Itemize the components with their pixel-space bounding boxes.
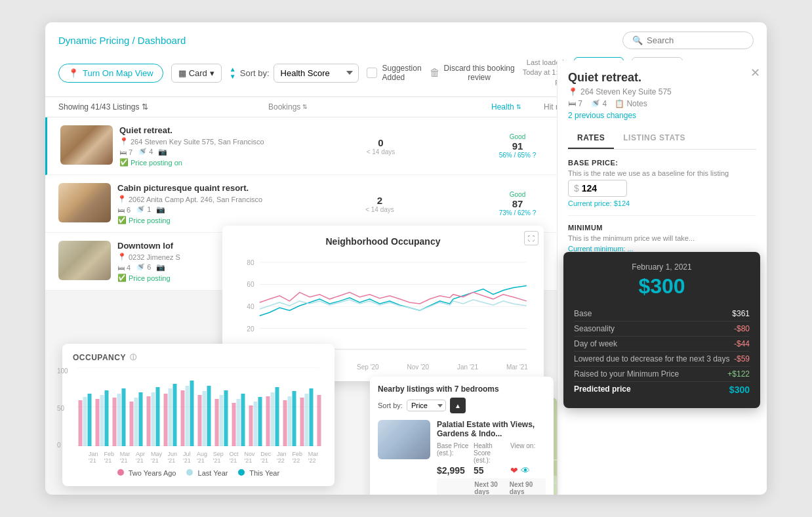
listing-details: Downtown lof 📍 0232 Jimenez S 🛏 4 🚿 6 📷 … — [117, 241, 180, 282]
svg-rect-39 — [232, 403, 236, 446]
svg-rect-44 — [258, 397, 262, 446]
close-button[interactable]: ✕ — [750, 66, 760, 80]
check-icon: ✅ — [119, 158, 129, 167]
bookings-label: Bookings — [268, 102, 300, 112]
panel-tabs: RATES LISTING STATS — [568, 128, 756, 150]
svg-rect-35 — [207, 386, 211, 446]
airbnb-icon: ❤ — [510, 465, 518, 476]
bar-x-labels: Jan '21Feb '21Mar '21Apr '21 May '21Jun … — [89, 451, 324, 464]
nearby-base-price: $2,995 — [437, 465, 472, 476]
listing-address: 📍 0232 Jimenez S — [117, 253, 180, 261]
bookings-col-header[interactable]: Bookings ⇅ — [268, 102, 491, 112]
listing-meta: 🛏 6 🚿 1 📷 — [117, 205, 262, 214]
svg-rect-26 — [156, 387, 160, 446]
location-icon: 📍 — [119, 137, 129, 146]
listing-address: 📍 264 Steven Key Suite 575, San Francisc… — [119, 137, 264, 146]
svg-rect-34 — [203, 391, 207, 446]
svg-rect-33 — [198, 395, 202, 446]
base-price-desc: This is the rate we use as a baseline fo… — [568, 169, 756, 177]
breadcrumb: Dynamic Pricing / Dashboard — [58, 35, 186, 46]
suggestion-checkbox[interactable] — [367, 68, 377, 78]
base-price-input[interactable]: $ — [568, 180, 627, 197]
showing-text: Showing 41/43 Listings — [58, 102, 139, 112]
occupancy-bar-chart: OCCUPANCY ⓘ 100 50 0 — [62, 344, 335, 486]
occ-chart-svg: 80 60 40 20 — [233, 253, 533, 358]
legend-item-last-year: Last Year — [186, 469, 228, 477]
expand-icon[interactable]: ⛶ — [524, 231, 538, 245]
svg-rect-19 — [117, 394, 121, 446]
search-box[interactable]: 🔍 — [622, 31, 754, 49]
listing-name: Downtown lof — [117, 241, 180, 251]
search-icon: 🔍 — [632, 35, 643, 45]
location-icon: 📍 — [117, 253, 127, 261]
suggestion-toggle: SuggestionAdded — [367, 64, 422, 82]
sort-section: ▲ ▼ Sort by: Health Score Price Bookings — [230, 64, 359, 83]
tooltip-row-base: Base $361 — [574, 306, 750, 321]
nearby-health-score: 55 — [474, 465, 509, 476]
svg-rect-23 — [139, 392, 143, 446]
right-panel-address: 📍 264 Steven Key Suite 575 — [568, 87, 756, 96]
bar-legend: Two Years Ago Last Year This Year — [73, 469, 324, 477]
card-view-button[interactable]: ▦ Card ▾ — [171, 64, 222, 83]
svg-rect-14 — [88, 394, 92, 446]
sort-select[interactable]: Price Health — [407, 400, 446, 411]
svg-rect-18 — [113, 398, 117, 446]
base-price-field[interactable] — [582, 183, 615, 194]
nearby-sort: Sort by: Price Health ▲ — [378, 398, 546, 413]
sort-direction-button[interactable]: ▲ — [450, 398, 466, 413]
svg-rect-29 — [173, 384, 177, 446]
bar-chart-container: 100 50 0 — [73, 367, 324, 449]
price-posting: ✅ Price posting on — [119, 158, 264, 167]
bar-chart-y-labels: 100 50 0 — [57, 367, 68, 449]
svg-rect-22 — [134, 398, 138, 446]
suggestion-label: SuggestionAdded — [382, 64, 422, 82]
location-icon: 📍 — [568, 87, 578, 96]
tooltip-row-day-of-week: Day of week -$44 — [574, 337, 750, 352]
svg-rect-40 — [237, 399, 241, 446]
tab-listing-stats[interactable]: LISTING STATS — [614, 128, 695, 149]
svg-rect-46 — [271, 392, 275, 446]
bookings-metric: 0 < 14 days — [270, 137, 491, 155]
nearby-listing-thumbnail — [378, 420, 430, 459]
svg-rect-25 — [152, 392, 155, 446]
bar-chart-title: OCCUPANCY ⓘ — [73, 353, 324, 362]
check-icon: ✅ — [117, 274, 127, 282]
nearby-listing: Palatial Estate with Views, Gardens & In… — [378, 420, 546, 495]
price-posting: ✅ Price posting — [117, 216, 262, 224]
sort-down-arrow: ▼ — [230, 73, 236, 80]
tab-rates[interactable]: RATES — [568, 128, 614, 149]
tooltip-date: February 1, 2021 — [574, 262, 750, 272]
info-icon: ⇅ — [142, 102, 148, 112]
chevron-down-icon: ▾ — [210, 68, 214, 78]
info-icon: ⓘ — [130, 353, 137, 362]
listing-details: Quiet retreat. 📍 264 Steven Key Suite 57… — [119, 125, 264, 167]
prev-changes-link[interactable]: 2 previous changes — [568, 111, 756, 120]
svg-rect-16 — [100, 395, 104, 446]
sort-arrows: ▲ ▼ — [230, 66, 236, 80]
minimum-desc: This is the minimum price we will take..… — [568, 234, 756, 242]
card-icon: ▦ — [178, 68, 186, 78]
search-input[interactable] — [647, 35, 744, 45]
price-posting: ✅ Price posting — [117, 274, 180, 282]
tooltip-row-predicted: Predicted price $300 — [574, 382, 750, 398]
listing-thumbnail — [58, 183, 111, 222]
current-price-link[interactable]: Current price: $124 — [568, 199, 756, 207]
card-label: Card — [189, 68, 207, 78]
svg-rect-30 — [181, 390, 185, 446]
bookings-metric: 2 < 14 days — [268, 195, 491, 213]
nearby-title: Nearby listings with 7 bedrooms — [378, 384, 546, 394]
map-view-button[interactable]: 📍 Turn On Map View — [58, 64, 163, 83]
sort-select[interactable]: Health Score Price Bookings — [274, 64, 359, 83]
check-icon: ✅ — [117, 216, 127, 224]
health-col-header[interactable]: Health ⇅ — [491, 102, 544, 112]
svg-text:40: 40 — [247, 303, 254, 310]
svg-rect-53 — [310, 388, 314, 446]
header-top: Dynamic Pricing / Dashboard 🔍 — [58, 31, 754, 49]
sort-label: Sort by: — [378, 402, 403, 409]
svg-rect-54 — [317, 395, 321, 446]
listing-thumbnail — [58, 241, 111, 280]
vrbo-icon: 👁 — [521, 465, 530, 476]
svg-rect-47 — [275, 387, 279, 446]
svg-rect-31 — [186, 386, 190, 446]
svg-rect-48 — [283, 400, 287, 446]
